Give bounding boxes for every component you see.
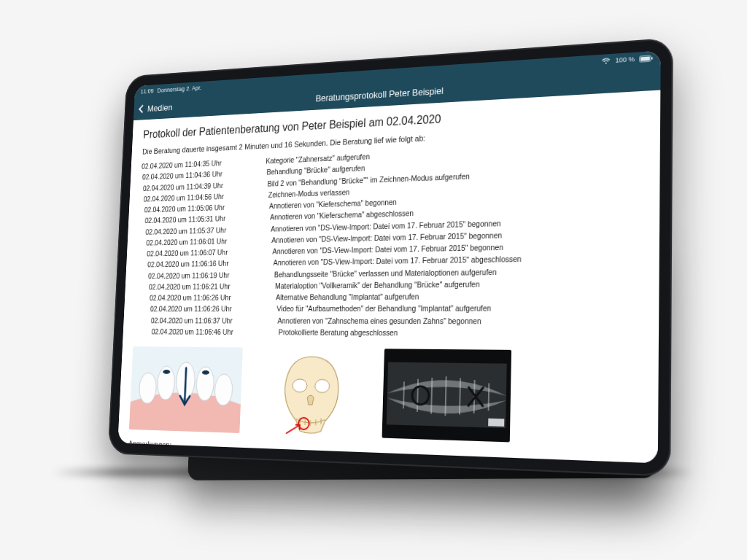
log-row: 02.04.2020 um 11:06:46 UhrProtokollierte… [133, 326, 645, 341]
log-row: 02.04.2020 um 11:06:26 UhrVideo für "Auf… [134, 302, 645, 315]
log-message: Behandlungsseite "Brücke" verlassen und … [274, 267, 497, 279]
svg-point-13 [293, 379, 307, 392]
log-timestamp: 02.04.2020 um 11:06:21 Uhr [149, 280, 276, 292]
log-message: Annotieren von "Zahnschema eines gesunde… [277, 316, 481, 325]
log-message: Protokollierte Beratung abgeschlossen [278, 327, 398, 337]
tablet-frame: 11:09 Donnerstag 2. Apr. 100 % [108, 38, 673, 477]
status-battery-text: 100 % [615, 55, 635, 64]
skull-illustration-icon [251, 348, 372, 438]
back-button-label: Medien [147, 102, 173, 114]
status-date: Donnerstag 2. Apr. [157, 85, 201, 94]
activity-log: 02.04.2020 um 11:04:35 UhrKategorie "Zah… [133, 138, 646, 340]
log-timestamp: 02.04.2020 um 11:06:37 Uhr [151, 315, 278, 327]
svg-rect-1 [640, 56, 650, 61]
log-message: Alternative Behandlung "Implantat" aufge… [276, 292, 419, 302]
document-body[interactable]: Protokoll der Patientenberatung von Pete… [117, 90, 660, 463]
svg-rect-2 [651, 57, 653, 60]
thumbnail-skull-illustration[interactable] [251, 348, 372, 438]
thumbnail-teeth-illustration[interactable] [129, 346, 243, 433]
chevron-left-icon [139, 104, 146, 113]
wifi-icon [602, 58, 611, 65]
log-timestamp: 02.04.2020 um 11:06:26 Uhr [150, 292, 276, 303]
log-timestamp: 02.04.2020 um 11:06:19 Uhr [148, 268, 274, 281]
thumbnail-xray-panorama[interactable] [382, 349, 512, 443]
teeth-illustration-icon [129, 346, 243, 433]
battery-icon [639, 55, 653, 63]
svg-rect-34 [488, 419, 504, 427]
log-timestamp: 02.04.2020 um 11:06:46 Uhr [151, 326, 279, 338]
device-mockup-scene: 11:09 Donnerstag 2. Apr. 100 % [23, 25, 724, 535]
log-timestamp: 02.04.2020 um 11:06:26 Uhr [150, 303, 277, 315]
svg-point-14 [314, 379, 330, 392]
log-message: Zeichnen-Modus verlassen [268, 187, 350, 198]
image-row [129, 346, 645, 447]
log-message: Annotieren von "DS-View-Import: Datei vo… [273, 254, 521, 267]
log-message: Video für "Aufbaumethoden" der Behandlun… [276, 304, 491, 314]
xray-panorama-icon [382, 349, 512, 443]
back-button[interactable]: Medien [139, 102, 172, 114]
status-time: 11:09 [141, 88, 154, 95]
log-message: Materialoption "Vollkeramik" der Behandl… [275, 279, 480, 289]
tablet-screen: 11:09 Donnerstag 2. Apr. 100 % [117, 50, 660, 463]
